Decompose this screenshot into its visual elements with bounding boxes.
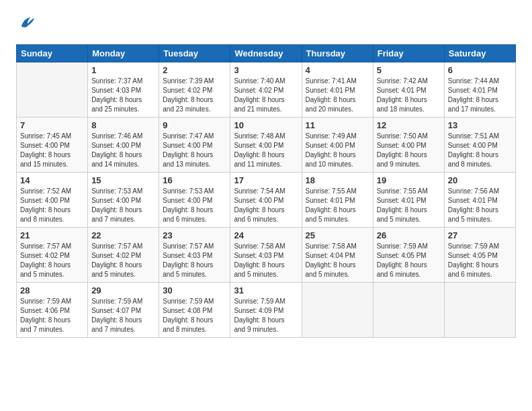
day-number: 6 — [448, 65, 512, 75]
day-number: 16 — [163, 175, 226, 185]
day-number: 9 — [163, 120, 226, 130]
calendar-cell — [373, 283, 444, 338]
calendar-week-row: 21Sunrise: 7:57 AM Sunset: 4:02 PM Dayli… — [17, 228, 516, 283]
day-info: Sunrise: 7:58 AM Sunset: 4:04 PM Dayligh… — [306, 242, 369, 279]
day-info: Sunrise: 7:59 AM Sunset: 4:05 PM Dayligh… — [377, 242, 441, 279]
day-number: 7 — [20, 120, 84, 130]
day-info: Sunrise: 7:51 AM Sunset: 4:00 PM Dayligh… — [448, 132, 512, 169]
calendar-cell — [444, 283, 515, 338]
day-info: Sunrise: 7:58 AM Sunset: 4:03 PM Dayligh… — [234, 242, 298, 279]
calendar-cell: 21Sunrise: 7:57 AM Sunset: 4:02 PM Dayli… — [17, 228, 88, 283]
day-number: 12 — [377, 120, 441, 130]
day-info: Sunrise: 7:49 AM Sunset: 4:00 PM Dayligh… — [306, 132, 369, 169]
day-info: Sunrise: 7:59 AM Sunset: 4:08 PM Dayligh… — [163, 297, 226, 334]
day-number: 15 — [91, 175, 155, 185]
calendar-week-row: 1Sunrise: 7:37 AM Sunset: 4:03 PM Daylig… — [17, 62, 516, 118]
calendar-body: 1Sunrise: 7:37 AM Sunset: 4:03 PM Daylig… — [17, 62, 516, 338]
calendar-cell: 2Sunrise: 7:39 AM Sunset: 4:02 PM Daylig… — [159, 62, 230, 118]
calendar-cell: 11Sunrise: 7:49 AM Sunset: 4:00 PM Dayli… — [302, 118, 373, 173]
day-info: Sunrise: 7:40 AM Sunset: 4:02 PM Dayligh… — [234, 77, 298, 114]
calendar-cell: 8Sunrise: 7:46 AM Sunset: 4:00 PM Daylig… — [88, 118, 159, 173]
calendar-cell: 30Sunrise: 7:59 AM Sunset: 4:08 PM Dayli… — [159, 283, 230, 338]
weekday-header-tuesday: Tuesday — [159, 45, 230, 62]
day-info: Sunrise: 7:50 AM Sunset: 4:00 PM Dayligh… — [377, 132, 441, 169]
day-number: 28 — [20, 285, 84, 295]
day-number: 14 — [20, 175, 84, 185]
day-number: 22 — [91, 230, 155, 240]
day-number: 4 — [306, 65, 369, 75]
day-info: Sunrise: 7:59 AM Sunset: 4:07 PM Dayligh… — [91, 297, 155, 334]
calendar-week-row: 14Sunrise: 7:52 AM Sunset: 4:00 PM Dayli… — [17, 173, 516, 228]
calendar-cell: 23Sunrise: 7:57 AM Sunset: 4:03 PM Dayli… — [159, 228, 230, 283]
logo-bird-icon — [17, 13, 36, 32]
calendar-cell — [302, 283, 373, 338]
calendar-cell — [17, 62, 88, 118]
calendar-cell: 9Sunrise: 7:47 AM Sunset: 4:00 PM Daylig… — [159, 118, 230, 173]
calendar-cell: 13Sunrise: 7:51 AM Sunset: 4:00 PM Dayli… — [444, 118, 515, 173]
day-number: 30 — [163, 285, 226, 295]
day-info: Sunrise: 7:54 AM Sunset: 4:00 PM Dayligh… — [234, 187, 298, 224]
day-number: 3 — [234, 65, 298, 75]
day-info: Sunrise: 7:42 AM Sunset: 4:01 PM Dayligh… — [377, 77, 441, 114]
calendar-cell: 31Sunrise: 7:59 AM Sunset: 4:09 PM Dayli… — [230, 283, 302, 338]
calendar-cell: 10Sunrise: 7:48 AM Sunset: 4:00 PM Dayli… — [230, 118, 302, 173]
calendar-cell: 5Sunrise: 7:42 AM Sunset: 4:01 PM Daylig… — [373, 62, 444, 118]
day-info: Sunrise: 7:47 AM Sunset: 4:00 PM Dayligh… — [163, 132, 226, 169]
calendar-table: SundayMondayTuesdayWednesdayThursdayFrid… — [16, 44, 516, 338]
weekday-header-saturday: Saturday — [444, 45, 515, 62]
day-info: Sunrise: 7:59 AM Sunset: 4:06 PM Dayligh… — [20, 297, 84, 334]
page-header — [16, 13, 516, 35]
calendar-cell: 3Sunrise: 7:40 AM Sunset: 4:02 PM Daylig… — [230, 62, 302, 118]
day-number: 8 — [91, 120, 155, 130]
day-number: 20 — [448, 175, 512, 185]
calendar-cell: 4Sunrise: 7:41 AM Sunset: 4:01 PM Daylig… — [302, 62, 373, 118]
day-info: Sunrise: 7:55 AM Sunset: 4:01 PM Dayligh… — [377, 187, 441, 224]
day-info: Sunrise: 7:55 AM Sunset: 4:01 PM Dayligh… — [306, 187, 369, 224]
day-number: 1 — [91, 65, 155, 75]
day-info: Sunrise: 7:37 AM Sunset: 4:03 PM Dayligh… — [91, 77, 155, 114]
calendar-week-row: 7Sunrise: 7:45 AM Sunset: 4:00 PM Daylig… — [17, 118, 516, 173]
day-info: Sunrise: 7:46 AM Sunset: 4:00 PM Dayligh… — [91, 132, 155, 169]
day-number: 29 — [91, 285, 155, 295]
day-number: 31 — [234, 285, 298, 295]
calendar-cell: 16Sunrise: 7:53 AM Sunset: 4:00 PM Dayli… — [159, 173, 230, 228]
calendar-cell: 29Sunrise: 7:59 AM Sunset: 4:07 PM Dayli… — [88, 283, 159, 338]
calendar-cell: 27Sunrise: 7:59 AM Sunset: 4:05 PM Dayli… — [444, 228, 515, 283]
day-number: 5 — [377, 65, 441, 75]
calendar-cell: 14Sunrise: 7:52 AM Sunset: 4:00 PM Dayli… — [17, 173, 88, 228]
day-number: 26 — [377, 230, 441, 240]
calendar-header-row: SundayMondayTuesdayWednesdayThursdayFrid… — [17, 45, 516, 62]
day-info: Sunrise: 7:57 AM Sunset: 4:02 PM Dayligh… — [91, 242, 155, 279]
calendar-cell: 1Sunrise: 7:37 AM Sunset: 4:03 PM Daylig… — [88, 62, 159, 118]
calendar-cell: 28Sunrise: 7:59 AM Sunset: 4:06 PM Dayli… — [17, 283, 88, 338]
calendar-cell: 17Sunrise: 7:54 AM Sunset: 4:00 PM Dayli… — [230, 173, 302, 228]
day-info: Sunrise: 7:39 AM Sunset: 4:02 PM Dayligh… — [163, 77, 226, 114]
day-info: Sunrise: 7:41 AM Sunset: 4:01 PM Dayligh… — [306, 77, 369, 114]
day-info: Sunrise: 7:52 AM Sunset: 4:00 PM Dayligh… — [20, 187, 84, 224]
weekday-header-sunday: Sunday — [17, 45, 88, 62]
day-info: Sunrise: 7:57 AM Sunset: 4:02 PM Dayligh… — [20, 242, 84, 279]
calendar-cell: 19Sunrise: 7:55 AM Sunset: 4:01 PM Dayli… — [373, 173, 444, 228]
calendar-cell: 6Sunrise: 7:44 AM Sunset: 4:01 PM Daylig… — [444, 62, 515, 118]
calendar-cell: 18Sunrise: 7:55 AM Sunset: 4:01 PM Dayli… — [302, 173, 373, 228]
day-info: Sunrise: 7:59 AM Sunset: 4:05 PM Dayligh… — [448, 242, 512, 279]
calendar-cell: 7Sunrise: 7:45 AM Sunset: 4:00 PM Daylig… — [17, 118, 88, 173]
day-number: 13 — [448, 120, 512, 130]
calendar-cell: 24Sunrise: 7:58 AM Sunset: 4:03 PM Dayli… — [230, 228, 302, 283]
calendar-cell: 20Sunrise: 7:56 AM Sunset: 4:01 PM Dayli… — [444, 173, 515, 228]
day-number: 21 — [20, 230, 84, 240]
day-number: 27 — [448, 230, 512, 240]
calendar-cell: 12Sunrise: 7:50 AM Sunset: 4:00 PM Dayli… — [373, 118, 444, 173]
calendar-cell: 22Sunrise: 7:57 AM Sunset: 4:02 PM Dayli… — [88, 228, 159, 283]
calendar-cell: 25Sunrise: 7:58 AM Sunset: 4:04 PM Dayli… — [302, 228, 373, 283]
weekday-header-wednesday: Wednesday — [230, 45, 302, 62]
day-info: Sunrise: 7:57 AM Sunset: 4:03 PM Dayligh… — [163, 242, 226, 279]
calendar-cell: 26Sunrise: 7:59 AM Sunset: 4:05 PM Dayli… — [373, 228, 444, 283]
day-info: Sunrise: 7:53 AM Sunset: 4:00 PM Dayligh… — [163, 187, 226, 224]
logo — [16, 13, 36, 35]
day-info: Sunrise: 7:56 AM Sunset: 4:01 PM Dayligh… — [448, 187, 512, 224]
day-info: Sunrise: 7:45 AM Sunset: 4:00 PM Dayligh… — [20, 132, 84, 169]
day-number: 2 — [163, 65, 226, 75]
day-number: 19 — [377, 175, 441, 185]
weekday-header-thursday: Thursday — [302, 45, 373, 62]
